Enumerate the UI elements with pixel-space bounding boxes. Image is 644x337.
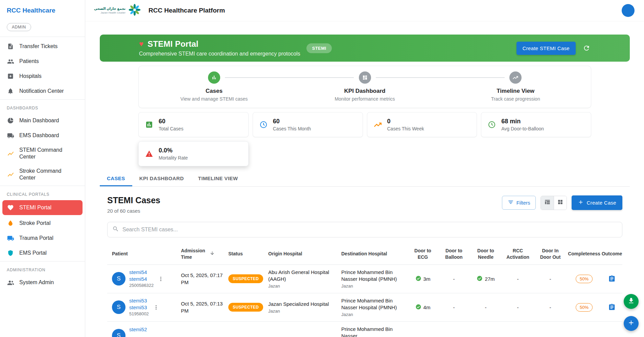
sidebar-item-transfer-tickets[interactable]: Transfer Tickets — [0, 39, 85, 54]
filters-button[interactable]: Filters — [502, 196, 536, 210]
sidebar-item-label: EMS Dashboard — [19, 132, 59, 139]
patient-name-link[interactable]: stemi53 — [129, 297, 149, 304]
sidebar-item-stroke-command-center[interactable]: Stroke Command Center — [0, 164, 85, 185]
sidebar-item-trauma-portal[interactable]: Trauma Portal — [0, 231, 85, 246]
sidebar-item-ems-dashboard[interactable]: EMS Dashboard — [0, 128, 85, 143]
table-row[interactable]: S stemi52 Prince Mohammed Bin Nasser — [107, 322, 622, 337]
document-icon — [7, 43, 14, 50]
tab-kpi-dashboard[interactable]: KPI DASHBOARD — [132, 170, 191, 186]
row-menu-icon[interactable] — [158, 276, 164, 282]
sidebar-item-stemi-command-center[interactable]: STEMI Command Center — [0, 143, 85, 164]
sidebar-item-stroke-portal[interactable]: Stroke Portal — [0, 216, 85, 231]
grid-view-button[interactable] — [554, 196, 567, 210]
sidebar-item-main-dashboard[interactable]: Main Dashboard — [0, 113, 85, 128]
brand-title: RCC Healthcare — [0, 7, 85, 14]
outcome-report-icon[interactable] — [602, 275, 622, 282]
column-outcome[interactable]: Outcome — [602, 251, 622, 257]
patient-name-link — [129, 333, 147, 337]
stat-avg-door-to-balloon: 68 minAvg Door-to-Balloon — [481, 112, 591, 137]
stat-label: Mortality Rate — [159, 155, 188, 161]
divider — [0, 261, 85, 261]
column-origin-hospital[interactable]: Origin Hospital — [268, 251, 341, 257]
admin-role-badge: ADMIN — [7, 23, 31, 31]
app-root: RCC Healthcare ADMIN Transfer Tickets Pa… — [0, 0, 644, 337]
column-door-to-ecg[interactable]: Door to ECG — [408, 248, 438, 260]
grid-view-icon — [557, 199, 564, 207]
search-icon — [112, 226, 119, 234]
door-to-ecg-value: 4m — [423, 304, 431, 310]
sidebar-item-label: Trauma Portal — [19, 235, 53, 241]
patient-mrn: 51958002 — [129, 311, 149, 317]
step-label: Timeline View — [497, 88, 534, 94]
door-to-balloon-value: - — [438, 276, 470, 282]
step-cases[interactable]: Cases View and manage STEMI cases — [139, 71, 290, 102]
create-case-button[interactable]: Create Case — [572, 195, 622, 210]
admission-time: Oct 5, 2025, 07:17 PM — [181, 272, 228, 286]
destination-hospital-city: Jazan — [341, 312, 408, 317]
section-header-administration: ADMINISTRATION — [0, 264, 85, 275]
column-patient[interactable]: Patient — [112, 251, 181, 257]
stepper-card: Cases View and manage STEMI cases KPI Da… — [138, 66, 591, 108]
sidebar-item-patients[interactable]: Patients — [0, 54, 85, 69]
main-area: تجمع جازان الصحي Jazan Health Cluster RC… — [85, 0, 644, 337]
column-door-in-door-out[interactable]: Door In Door Out — [534, 248, 567, 260]
step-timeline-view[interactable]: Timeline View Track case progression — [440, 71, 591, 102]
clock-icon — [259, 120, 268, 129]
check-circle-icon — [415, 304, 421, 311]
section-header-clinical-portals: CLINICAL PORTALS — [0, 188, 85, 199]
step-kpi-dashboard[interactable]: KPI Dashboard Monitor performance metric… — [290, 71, 440, 102]
row-menu-icon[interactable] — [153, 304, 159, 310]
door-to-needle-value: - — [470, 304, 502, 310]
stat-cases-this-month: 60Cases This Month — [253, 112, 363, 137]
outcome-report-icon[interactable] — [602, 303, 622, 311]
create-stemi-case-button[interactable]: Create STEMI Case — [516, 42, 576, 55]
add-case-fab[interactable] — [624, 316, 639, 331]
people-icon — [7, 58, 14, 65]
bar-chart-icon — [208, 71, 220, 84]
column-door-to-balloon[interactable]: Door to Balloon — [438, 248, 470, 260]
door-to-ecg-value: 3m — [423, 276, 431, 282]
sidebar-item-system-admin[interactable]: System Admin — [0, 275, 85, 290]
hospital-icon — [7, 72, 14, 80]
table-row[interactable]: S stemi53 stemi53 51958002 Oct 5, 2025, … — [107, 293, 622, 322]
sidebar-item-ems-portal[interactable]: EMS Portal — [0, 246, 85, 260]
patient-name-link[interactable]: stemi53 — [129, 304, 149, 311]
column-status[interactable]: Status — [228, 251, 268, 257]
check-circle-icon — [477, 275, 483, 282]
column-admission-time[interactable]: Admission Time — [181, 248, 228, 260]
column-rcc-activation[interactable]: RCC Activation — [502, 248, 534, 260]
app-title: RCC Healthcare Platform — [148, 7, 225, 14]
patient-name-link[interactable]: stemi54 — [129, 276, 154, 282]
sidebar-item-stemi-portal[interactable]: STEMI Portal — [2, 200, 83, 215]
column-completeness[interactable]: Completeness — [567, 251, 602, 257]
banner-title-row: ♥ STEMI Portal — [139, 39, 300, 49]
patient-avatar: S — [112, 329, 125, 337]
patient-name-link[interactable]: stemi52 — [129, 326, 147, 333]
column-destination-hospital[interactable]: Destination Hospital — [341, 251, 408, 257]
divider — [0, 37, 85, 37]
table-row[interactable]: S stemi54 stemi54 2500586322 Oct 5, 2025… — [107, 265, 622, 293]
refresh-icon[interactable] — [582, 44, 591, 52]
destination-hospital-name: Prince Mohammed Bin Nasser Hospital (PMN… — [341, 269, 408, 283]
sidebar-item-label: Main Dashboard — [19, 117, 59, 124]
door-in-door-out-value: - — [534, 304, 567, 310]
stat-value: 60 — [159, 118, 183, 125]
tab-cases[interactable]: CASES — [100, 170, 132, 186]
topbar: تجمع جازان الصحي Jazan Health Cluster RC… — [85, 0, 644, 21]
patient-avatar: S — [112, 272, 125, 286]
shield-icon — [7, 249, 14, 257]
user-avatar[interactable] — [622, 4, 635, 17]
export-download-fab[interactable] — [624, 294, 639, 309]
sidebar-item-hospitals[interactable]: Hospitals — [0, 69, 85, 84]
jazan-logo-text: تجمع جازان الصحي Jazan Health Cluster — [94, 7, 125, 14]
column-door-to-needle[interactable]: Door to Needle — [470, 248, 502, 260]
search-input[interactable] — [122, 227, 617, 233]
table-view-button[interactable] — [541, 196, 554, 210]
patient-name-link[interactable]: stemi54 — [129, 269, 154, 276]
sidebar-item-notification-center[interactable]: Notification Center — [0, 84, 85, 99]
stat-label: Cases This Month — [273, 126, 311, 131]
origin-hospital-city: Jazan — [268, 283, 341, 289]
stats-row: 60Total Cases 60Cases This Month 0Cases … — [138, 112, 591, 137]
tab-timeline-view[interactable]: TIMELINE VIEW — [191, 170, 245, 186]
sidebar-item-label: Stroke Command Center — [19, 168, 78, 181]
